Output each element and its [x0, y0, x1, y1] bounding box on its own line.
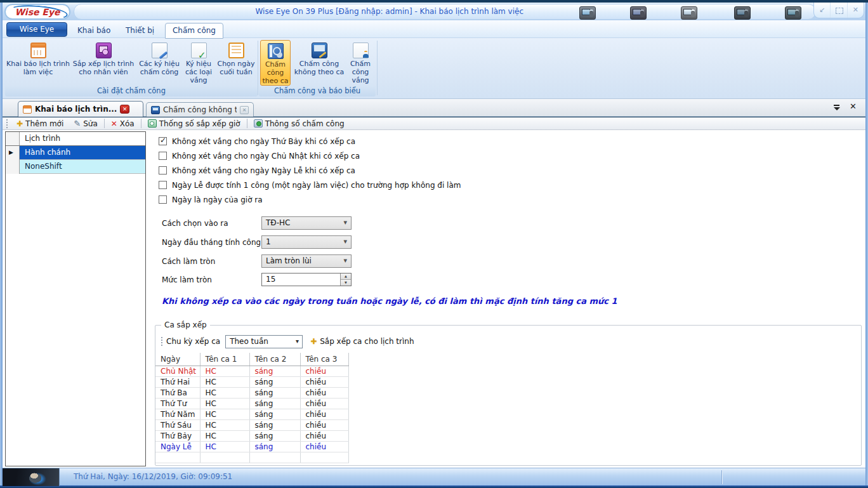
- cell-day: Thứ Tư: [155, 398, 200, 409]
- cell-ca3: chiều: [300, 441, 348, 452]
- table-row[interactable]: Thứ Hai HC sáng chiều: [155, 376, 348, 387]
- field-label-cach-chon-vao-ra: Cách chọn vào ra: [162, 219, 228, 228]
- cell-ca3: chiều: [300, 419, 348, 430]
- ribbon-item-cham-cong-vang[interactable]: Chấm công vắng: [346, 40, 374, 84]
- shift-attendance-icon: [268, 43, 284, 59]
- col-header-ten-ca-1[interactable]: Tên ca 1: [200, 353, 249, 366]
- close-tab-icon[interactable]: [120, 105, 129, 114]
- col-header-ngay[interactable]: Ngày: [155, 353, 200, 366]
- checkbox-no-absence-saturday[interactable]: [159, 137, 167, 145]
- checkbox-day-of-checkout-time[interactable]: [159, 195, 167, 204]
- cell-ca1: HC: [200, 441, 249, 452]
- assign-shifts-button[interactable]: Sắp xếp ca cho lịch trình: [310, 337, 414, 346]
- spinner-control: [340, 274, 351, 286]
- attendance-params-button[interactable]: Thông số chấm công: [249, 118, 350, 129]
- ribbon-item-cham-cong-theo-ca[interactable]: Chấm công theo ca: [260, 40, 291, 86]
- table-row[interactable]: Thứ Bảy HC sáng chiều: [155, 430, 348, 441]
- plus-icon: [16, 119, 23, 128]
- delete-button[interactable]: Xóa: [106, 118, 140, 129]
- schedule-name: NoneShift: [20, 160, 145, 174]
- edit-button[interactable]: Sửa: [69, 118, 102, 129]
- add-new-button[interactable]: Thêm mới: [11, 118, 69, 129]
- table-header-row: Ngày Tên ca 1 Tên ca 2 Tên ca 3: [155, 353, 348, 366]
- weekend-picker-icon: [228, 43, 244, 58]
- cell-ca2: [249, 452, 300, 463]
- checkbox-no-absence-holiday[interactable]: [159, 166, 167, 175]
- table-row[interactable]: Thứ Năm HC sáng chiều: [155, 409, 348, 419]
- cell-day: Chủ Nhật: [155, 366, 200, 376]
- menu-tab-thiet-bi[interactable]: Thiết bị: [119, 23, 161, 37]
- time-arrangement-params-button[interactable]: Thống số sắp xếp giờ: [143, 118, 246, 129]
- close-tab-icon[interactable]: [240, 106, 249, 114]
- ribbon: Khai báo lịch trình làm việc Sắp xếp lịc…: [3, 38, 865, 99]
- checkbox-holiday-counts-workday[interactable]: [159, 181, 167, 189]
- shift-cycle-toolbar: Chu kỳ xếp ca Theo tuần Sắp xếp ca cho l…: [157, 334, 414, 348]
- checkbox-no-absence-sunday[interactable]: [159, 152, 167, 160]
- menu-tab-cham-cong[interactable]: Chấm công: [165, 23, 223, 39]
- ribbon-item-label: Các ký hiệu chấm công: [137, 60, 181, 76]
- spinner-up-icon[interactable]: [341, 274, 351, 279]
- ribbon-item-khai-bao-lich-trinh[interactable]: Khai báo lịch trình làm việc: [6, 40, 70, 84]
- status-bar: Thứ Hai, Ngày: 16/12/2019, Giờ: 09:09:51: [3, 468, 865, 485]
- calendar-icon: [23, 105, 32, 114]
- toolbar-separator: [247, 119, 247, 128]
- restore-window-icon[interactable]: [814, 3, 831, 18]
- fingerprint-device-icon: [579, 6, 596, 20]
- schedule-list-grid: Lịch trình Hành chánh NoneShift: [5, 131, 146, 466]
- table-row[interactable]: Thứ Tư HC sáng chiều: [155, 398, 348, 409]
- table-row[interactable]: Thứ Ba HC sáng chiều: [155, 387, 348, 398]
- ribbon-separator: [377, 41, 378, 95]
- schedule-row-hanh-chanh[interactable]: Hành chánh: [6, 146, 145, 160]
- doc-tab-cham-cong-khong-theo-ca[interactable]: Chấm công không t...: [146, 102, 254, 117]
- cell-ca3: chiều: [300, 366, 348, 376]
- attendance-symbols-icon: [152, 43, 168, 58]
- delete-icon: [111, 119, 117, 128]
- fingerprint-device-icon: [785, 6, 801, 20]
- app-menu-button[interactable]: Wise Eye: [6, 22, 67, 37]
- col-header-ten-ca-3[interactable]: Tên ca 3: [300, 353, 348, 366]
- ribbon-item-chon-ngay-cuoi-tuan[interactable]: Chọn ngày cuối tuần: [216, 40, 256, 84]
- fingerprint-photo: [3, 468, 60, 486]
- ribbon-item-cac-ky-hieu[interactable]: Các ký hiệu chấm công: [137, 40, 181, 84]
- table-row[interactable]: Ngày Lễ HC sáng chiều: [155, 441, 348, 452]
- cell-ca1: HC: [200, 366, 249, 376]
- table-row[interactable]: Thứ Sáu HC sáng chiều: [155, 419, 348, 430]
- title-bar: Wise Eye Wise Eye On 39 Plus [Đăng nhập:…: [3, 3, 865, 20]
- cell-ca3: [300, 452, 348, 463]
- doc-tab-khai-bao-lich-trinh[interactable]: Khai báo lịch trìn...: [18, 101, 143, 117]
- schedule-name: Hành chánh: [20, 146, 145, 160]
- cell-day: Thứ Năm: [155, 409, 200, 419]
- toolbar: Thêm mới Sửa Xóa Thống số sắp xếp giờ Th…: [3, 117, 865, 130]
- ribbon-item-cham-cong-khong-theo-ca[interactable]: Chấm công không theo ca: [292, 40, 346, 84]
- cell-ca2: sáng: [249, 398, 300, 409]
- table-row[interactable]: Chủ Nhật HC sáng chiều: [155, 366, 348, 376]
- cycle-label: Chu kỳ xếp ca: [166, 337, 220, 346]
- pencil-icon: [74, 119, 81, 128]
- tab-list-dropdown-icon[interactable]: [833, 105, 840, 110]
- cell-ca2: sáng: [249, 430, 300, 441]
- shift-schedule-table: Ngày Tên ca 1 Tên ca 2 Tên ca 3 Chủ Nhật…: [155, 353, 349, 463]
- table-row-empty[interactable]: [155, 452, 348, 463]
- month-start-day-select[interactable]: 1: [261, 235, 352, 249]
- maximize-window-icon[interactable]: [831, 3, 847, 18]
- cell-ca1: [200, 452, 249, 463]
- rounding-level-input[interactable]: 15: [261, 273, 352, 286]
- close-window-icon[interactable]: [848, 3, 864, 18]
- in-out-mode-select[interactable]: TĐ-HC: [261, 216, 352, 230]
- time-params-icon: [148, 119, 157, 128]
- ribbon-item-sap-xep-lich-trinh[interactable]: Sắp xếp lịch trình cho nhân viên: [70, 40, 137, 84]
- rounding-mode-select[interactable]: Làm tròn lùi: [261, 254, 352, 268]
- menu-tab-khai-bao[interactable]: Khai báo: [71, 23, 117, 37]
- close-document-icon[interactable]: [850, 102, 857, 111]
- col-header-ten-ca-2[interactable]: Tên ca 2: [249, 353, 300, 366]
- schedule-row-noneshift[interactable]: NoneShift: [6, 160, 145, 174]
- ribbon-item-label: Chấm công vắng: [346, 60, 374, 84]
- ribbon-item-ky-hieu-vang[interactable]: Ký hiệu các loại vắng: [181, 40, 216, 84]
- cycle-select[interactable]: Theo tuần: [225, 335, 303, 348]
- document-tab-strip: Khai báo lịch trìn... Chấm công không t.…: [3, 99, 865, 117]
- checkbox-label: Ngày Lễ được tính 1 công (một ngày làm v…: [172, 181, 461, 190]
- checkbox-label: Ngày là ngày của giờ ra: [172, 195, 263, 204]
- ribbon-item-label: Sắp xếp lịch trình cho nhân viên: [70, 60, 137, 76]
- cell-ca1: HC: [200, 387, 249, 398]
- spinner-down-icon[interactable]: [341, 279, 351, 286]
